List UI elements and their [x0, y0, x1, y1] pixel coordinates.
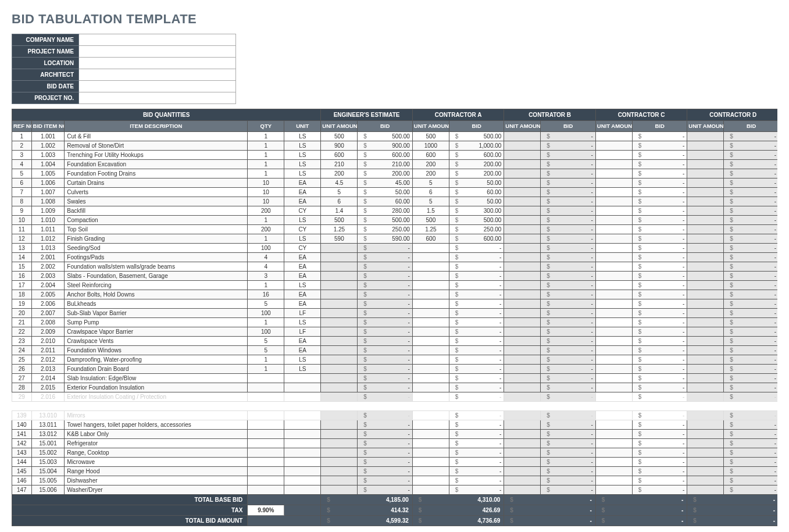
- unit-amount-cell: [321, 281, 358, 290]
- bid-cell: $-: [358, 290, 413, 299]
- unit-amount-cell: [412, 244, 449, 253]
- qty-cell: 1: [248, 151, 284, 160]
- unit-amount-cell: 200: [321, 169, 358, 178]
- unit-amount-cell: [321, 337, 358, 346]
- unit-cell: EA: [284, 337, 321, 346]
- bid-cell: $-: [449, 374, 504, 383]
- bno-cell: 1.012: [31, 234, 65, 244]
- meta-value[interactable]: [79, 92, 236, 104]
- bid-cell: $-: [541, 262, 596, 272]
- bno-cell: 13.011: [31, 420, 65, 430]
- unit-cell: [284, 439, 321, 448]
- bno-cell: 2.008: [31, 318, 65, 327]
- bid-cell: $-: [724, 327, 777, 337]
- bid-cell: $-: [358, 485, 413, 495]
- bid-cell: $-: [632, 346, 687, 355]
- bid-cell: $-: [632, 337, 687, 346]
- table-row: 101.010Compaction1LS500$500.00500$500.00…: [12, 216, 778, 225]
- unit-amount-cell: [321, 476, 358, 485]
- table-row: 41.004Foundation Excavation1LS210$210.00…: [12, 160, 778, 169]
- unit-amount-cell: [687, 309, 724, 318]
- ref-cell: 14: [12, 253, 32, 262]
- bid-cell: $-: [632, 216, 687, 225]
- bid-cell: $-: [358, 337, 413, 346]
- bid-cell: $-: [724, 355, 777, 365]
- unit-amount-cell: [321, 430, 358, 439]
- unit-amount-cell: [595, 467, 632, 476]
- bid-cell: $-: [541, 206, 596, 216]
- unit-cell: [284, 374, 321, 383]
- ref-cell: 147: [12, 485, 32, 495]
- ref-cell: 146: [12, 476, 32, 485]
- meta-value[interactable]: [79, 46, 236, 58]
- bno-cell: 1.004: [31, 160, 65, 169]
- ref-cell: 21: [12, 318, 32, 327]
- bid-cell: $-: [724, 197, 777, 206]
- ref-cell: 15: [12, 262, 32, 272]
- unit-amount-cell: [595, 281, 632, 290]
- table-row: 272.014Slab Insulation: Edge/Blow$-$-$-$…: [12, 374, 778, 383]
- bid-cell: $-: [541, 337, 596, 346]
- bno-cell: 2.001: [31, 253, 65, 262]
- qty-cell: 10: [248, 178, 284, 188]
- bid-cell: $-: [449, 448, 504, 458]
- bid-cell: $-: [449, 458, 504, 467]
- unit-amount-cell: [321, 439, 358, 448]
- unit-amount-cell: [687, 476, 724, 485]
- bid-cell: $500.00: [449, 216, 504, 225]
- unit-amount-cell: [504, 225, 541, 234]
- unit-amount-cell: [687, 169, 724, 178]
- totals-eng: $414.32: [321, 505, 413, 516]
- ref-cell: 10: [12, 216, 32, 225]
- unit-amount-cell: [595, 262, 632, 272]
- bid-cell: $-: [724, 374, 777, 383]
- unit-amount-cell: [412, 458, 449, 467]
- bno-cell: 2.013: [31, 365, 65, 374]
- bid-cell: $-: [541, 253, 596, 262]
- unit-cell: EA: [284, 188, 321, 197]
- unit-amount-cell: [687, 467, 724, 476]
- unit-amount-cell: [687, 244, 724, 253]
- bid-cell: $-: [632, 253, 687, 262]
- bid-cell: $-: [449, 253, 504, 262]
- bid-cell: $-: [541, 374, 596, 383]
- hdr-contractor-b: CONTRATOR B: [504, 109, 596, 121]
- desc-cell: Foundation walls/stem walls/grade beams: [65, 262, 248, 272]
- bid-cell: $-: [724, 281, 777, 290]
- unit-amount-cell: [687, 197, 724, 206]
- ref-cell: 141: [12, 430, 32, 439]
- unit-amount-cell: [504, 383, 541, 392]
- bid-cell: $-: [541, 281, 596, 290]
- bid-cell: $-: [724, 206, 777, 216]
- bid-cell: $-: [449, 244, 504, 253]
- unit-amount-cell: 200: [412, 160, 449, 169]
- totals-row: TAX9.90%$414.32$426.69$-$-$-: [12, 505, 778, 516]
- bid-cell: $-: [358, 420, 413, 430]
- meta-value[interactable]: [79, 81, 236, 92]
- bid-cell: $-: [724, 225, 777, 234]
- unit-cell: [284, 420, 321, 430]
- unit-amount-cell: [321, 290, 358, 299]
- table-row: 14515.004Range Hood$-$-$-$-$-: [12, 467, 778, 476]
- meta-value[interactable]: [79, 69, 236, 81]
- meta-value[interactable]: [79, 58, 236, 69]
- desc-cell: Dishwasher: [65, 476, 248, 485]
- bid-cell: $1,000.00: [449, 141, 504, 151]
- unit-cell: LS: [284, 365, 321, 374]
- unit-cell: LS: [284, 234, 321, 244]
- qty-cell: 100: [248, 309, 284, 318]
- unit-amount-cell: 4.5: [321, 178, 358, 188]
- unit-amount-cell: [321, 262, 358, 272]
- unit-amount-cell: [412, 327, 449, 337]
- bid-cell: $-: [541, 141, 596, 151]
- ref-cell: 27: [12, 374, 32, 383]
- unit-amount-cell: [504, 151, 541, 160]
- unit-amount-cell: 900: [321, 141, 358, 151]
- bid-cell: $-: [541, 383, 596, 392]
- hdr-b-ua: UNIT AMOUNT: [504, 121, 541, 132]
- bid-cell: $250.00: [449, 225, 504, 234]
- meta-value[interactable]: [79, 34, 236, 46]
- bid-cell: $-: [358, 244, 413, 253]
- bid-cell: $-: [449, 272, 504, 281]
- bno-cell: 15.004: [31, 467, 65, 476]
